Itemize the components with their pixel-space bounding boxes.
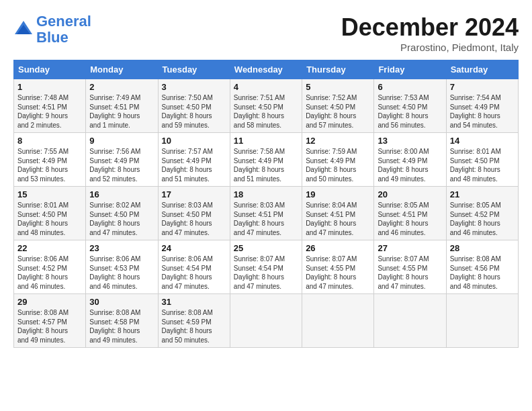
calendar-header: SundayMondayTuesdayWednesdayThursdayFrid… xyxy=(14,60,519,79)
day-info: Sunrise: 7:55 AM Sunset: 4:49 PM Dayligh… xyxy=(17,147,82,183)
calendar-cell: 8Sunrise: 7:55 AM Sunset: 4:49 PM Daylig… xyxy=(14,133,86,187)
location-subtitle: Prarostino, Piedmont, Italy xyxy=(341,42,519,53)
calendar-cell: 10Sunrise: 7:57 AM Sunset: 4:49 PM Dayli… xyxy=(158,133,230,187)
calendar-cell: 18Sunrise: 8:03 AM Sunset: 4:51 PM Dayli… xyxy=(230,187,302,240)
calendar-cell: 16Sunrise: 8:02 AM Sunset: 4:50 PM Dayli… xyxy=(86,187,158,240)
day-header-monday: Monday xyxy=(86,60,158,79)
day-info: Sunrise: 7:50 AM Sunset: 4:50 PM Dayligh… xyxy=(162,93,226,130)
calendar-week-2: 8Sunrise: 7:55 AM Sunset: 4:49 PM Daylig… xyxy=(14,133,519,187)
calendar-cell: 19Sunrise: 8:04 AM Sunset: 4:51 PM Dayli… xyxy=(302,187,374,240)
day-number: 2 xyxy=(89,82,154,92)
calendar-cell: 5Sunrise: 7:52 AM Sunset: 4:50 PM Daylig… xyxy=(302,79,374,133)
calendar-cell: 1Sunrise: 7:48 AM Sunset: 4:51 PM Daylig… xyxy=(14,79,86,133)
calendar-cell: 9Sunrise: 7:56 AM Sunset: 4:49 PM Daylig… xyxy=(86,133,158,187)
calendar-cell: 22Sunrise: 8:06 AM Sunset: 4:52 PM Dayli… xyxy=(14,240,86,294)
day-number: 21 xyxy=(450,189,515,199)
day-info: Sunrise: 8:07 AM Sunset: 4:54 PM Dayligh… xyxy=(234,255,298,291)
day-number: 9 xyxy=(89,136,154,146)
day-number: 29 xyxy=(17,297,82,307)
day-header-sunday: Sunday xyxy=(14,60,86,79)
calendar-cell: 23Sunrise: 8:06 AM Sunset: 4:53 PM Dayli… xyxy=(86,240,158,294)
day-info: Sunrise: 7:51 AM Sunset: 4:50 PM Dayligh… xyxy=(234,93,298,130)
calendar-cell xyxy=(302,294,374,348)
calendar-cell: 17Sunrise: 8:03 AM Sunset: 4:50 PM Dayli… xyxy=(158,187,230,240)
calendar-cell xyxy=(446,294,518,348)
day-number: 27 xyxy=(378,243,442,253)
calendar-cell: 25Sunrise: 8:07 AM Sunset: 4:54 PM Dayli… xyxy=(230,240,302,294)
calendar-cell: 6Sunrise: 7:53 AM Sunset: 4:50 PM Daylig… xyxy=(374,79,446,133)
calendar-cell: 12Sunrise: 7:59 AM Sunset: 4:49 PM Dayli… xyxy=(302,133,374,187)
calendar-cell: 29Sunrise: 8:08 AM Sunset: 4:57 PM Dayli… xyxy=(14,294,86,348)
calendar-week-5: 29Sunrise: 8:08 AM Sunset: 4:57 PM Dayli… xyxy=(14,294,519,348)
calendar-cell: 3Sunrise: 7:50 AM Sunset: 4:50 PM Daylig… xyxy=(158,79,230,133)
day-info: Sunrise: 8:01 AM Sunset: 4:50 PM Dayligh… xyxy=(17,201,82,237)
day-info: Sunrise: 8:03 AM Sunset: 4:50 PM Dayligh… xyxy=(162,201,226,237)
day-info: Sunrise: 7:54 AM Sunset: 4:49 PM Dayligh… xyxy=(450,93,515,130)
calendar-cell: 27Sunrise: 8:07 AM Sunset: 4:55 PM Dayli… xyxy=(374,240,446,294)
day-number: 17 xyxy=(162,189,226,199)
calendar-cell: 31Sunrise: 8:08 AM Sunset: 4:59 PM Dayli… xyxy=(158,294,230,348)
logo-icon xyxy=(13,19,34,40)
calendar-cell: 15Sunrise: 8:01 AM Sunset: 4:50 PM Dayli… xyxy=(14,187,86,240)
logo-text: General Blue xyxy=(36,13,91,46)
logo-line2: Blue xyxy=(36,29,69,46)
logo: General Blue xyxy=(13,13,91,46)
day-number: 1 xyxy=(17,82,82,92)
calendar-cell: 7Sunrise: 7:54 AM Sunset: 4:49 PM Daylig… xyxy=(446,79,518,133)
calendar-cell: 11Sunrise: 7:58 AM Sunset: 4:49 PM Dayli… xyxy=(230,133,302,187)
day-info: Sunrise: 8:06 AM Sunset: 4:52 PM Dayligh… xyxy=(17,255,82,291)
day-info: Sunrise: 8:05 AM Sunset: 4:51 PM Dayligh… xyxy=(378,201,442,237)
day-number: 15 xyxy=(17,189,82,199)
day-info: Sunrise: 7:57 AM Sunset: 4:49 PM Dayligh… xyxy=(162,147,226,183)
day-number: 3 xyxy=(162,82,226,92)
calendar-cell: 4Sunrise: 7:51 AM Sunset: 4:50 PM Daylig… xyxy=(230,79,302,133)
day-info: Sunrise: 7:59 AM Sunset: 4:49 PM Dayligh… xyxy=(306,147,370,183)
day-number: 28 xyxy=(450,243,515,253)
calendar-cell: 20Sunrise: 8:05 AM Sunset: 4:51 PM Dayli… xyxy=(374,187,446,240)
calendar-cell xyxy=(230,294,302,348)
day-info: Sunrise: 8:08 AM Sunset: 4:58 PM Dayligh… xyxy=(89,308,154,345)
calendar-week-3: 15Sunrise: 8:01 AM Sunset: 4:50 PM Dayli… xyxy=(14,187,519,240)
day-number: 14 xyxy=(450,136,515,146)
day-number: 13 xyxy=(378,136,442,146)
day-header-thursday: Thursday xyxy=(302,60,374,79)
day-number: 25 xyxy=(234,243,298,253)
day-number: 6 xyxy=(378,82,442,92)
calendar-cell: 26Sunrise: 8:07 AM Sunset: 4:55 PM Dayli… xyxy=(302,240,374,294)
day-number: 16 xyxy=(89,189,154,199)
day-number: 31 xyxy=(162,297,226,307)
day-number: 22 xyxy=(17,243,82,253)
day-info: Sunrise: 8:08 AM Sunset: 4:56 PM Dayligh… xyxy=(450,255,515,291)
calendar-cell: 24Sunrise: 8:06 AM Sunset: 4:54 PM Dayli… xyxy=(158,240,230,294)
day-number: 5 xyxy=(306,82,370,92)
calendar-cell: 2Sunrise: 7:49 AM Sunset: 4:51 PM Daylig… xyxy=(86,79,158,133)
day-number: 26 xyxy=(306,243,370,253)
day-info: Sunrise: 8:06 AM Sunset: 4:54 PM Dayligh… xyxy=(162,255,226,291)
day-info: Sunrise: 8:07 AM Sunset: 4:55 PM Dayligh… xyxy=(378,255,442,291)
day-info: Sunrise: 7:56 AM Sunset: 4:49 PM Dayligh… xyxy=(89,147,154,183)
day-number: 23 xyxy=(89,243,154,253)
day-number: 30 xyxy=(89,297,154,307)
month-title: December 2024 xyxy=(341,13,519,42)
day-info: Sunrise: 8:04 AM Sunset: 4:51 PM Dayligh… xyxy=(306,201,370,237)
day-number: 18 xyxy=(234,189,298,199)
calendar-cell: 14Sunrise: 8:01 AM Sunset: 4:50 PM Dayli… xyxy=(446,133,518,187)
day-number: 24 xyxy=(162,243,226,253)
calendar-week-4: 22Sunrise: 8:06 AM Sunset: 4:52 PM Dayli… xyxy=(14,240,519,294)
day-number: 11 xyxy=(234,136,298,146)
day-info: Sunrise: 8:02 AM Sunset: 4:50 PM Dayligh… xyxy=(89,201,154,237)
day-number: 12 xyxy=(306,136,370,146)
logo-line1: General xyxy=(36,13,91,30)
day-info: Sunrise: 8:05 AM Sunset: 4:52 PM Dayligh… xyxy=(450,201,515,237)
day-info: Sunrise: 7:52 AM Sunset: 4:50 PM Dayligh… xyxy=(306,93,370,130)
day-info: Sunrise: 7:53 AM Sunset: 4:50 PM Dayligh… xyxy=(378,93,442,130)
day-header-saturday: Saturday xyxy=(446,60,518,79)
day-info: Sunrise: 8:00 AM Sunset: 4:49 PM Dayligh… xyxy=(378,147,442,183)
day-info: Sunrise: 7:49 AM Sunset: 4:51 PM Dayligh… xyxy=(89,93,154,130)
calendar-cell xyxy=(374,294,446,348)
calendar-cell: 30Sunrise: 8:08 AM Sunset: 4:58 PM Dayli… xyxy=(86,294,158,348)
day-info: Sunrise: 8:03 AM Sunset: 4:51 PM Dayligh… xyxy=(234,201,298,237)
calendar-cell: 21Sunrise: 8:05 AM Sunset: 4:52 PM Dayli… xyxy=(446,187,518,240)
day-header-wednesday: Wednesday xyxy=(230,60,302,79)
day-number: 20 xyxy=(378,189,442,199)
